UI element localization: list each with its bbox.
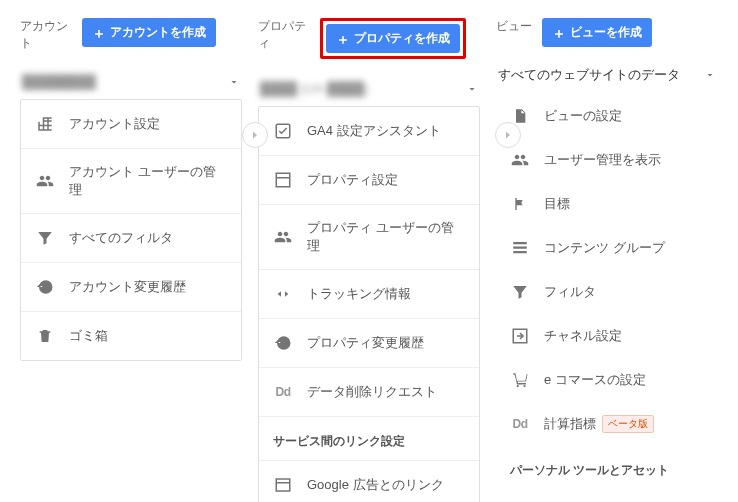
view-header: ビュー ＋ ビューを作成 <box>496 18 718 52</box>
view-selected: すべてのウェブサイトのデータ <box>498 66 680 84</box>
flag-icon <box>510 194 530 214</box>
section-personal-tools: パーソナル ツールとアセット <box>496 446 718 489</box>
menu-label: フィルタ <box>544 283 704 301</box>
ecommerce-settings[interactable]: e コマースの設定 <box>496 358 718 402</box>
menu-label: ビューの設定 <box>544 107 704 125</box>
property-selected: ████ (UA-████) <box>260 81 368 96</box>
menu-label: チャネル設定 <box>544 327 704 345</box>
account-selector[interactable]: ████████ <box>20 70 242 99</box>
users-icon <box>510 150 530 170</box>
content-groups[interactable]: コンテンツ グループ <box>496 226 718 270</box>
history-icon <box>35 277 55 297</box>
view-title: ビュー <box>496 18 532 35</box>
view-selector[interactable]: すべてのウェブサイトのデータ <box>496 62 718 94</box>
calculated-metrics[interactable]: Dd 計算指標ベータ版 <box>496 402 718 446</box>
create-view-button[interactable]: ＋ ビューを作成 <box>542 18 652 47</box>
data-deletion-request[interactable]: Dd データ削除リクエスト <box>259 368 479 417</box>
highlight-box: ＋ プロパティを作成 <box>320 18 466 59</box>
google-ads-link[interactable]: Google 広告とのリンク <box>259 461 479 502</box>
plus-icon: ＋ <box>92 26 106 40</box>
account-history[interactable]: アカウント変更履歴 <box>21 263 241 312</box>
menu-label: Google 広告とのリンク <box>307 476 465 494</box>
trash[interactable]: ゴミ箱 <box>21 312 241 360</box>
plus-icon: ＋ <box>336 32 350 46</box>
channel-icon <box>510 326 530 346</box>
create-property-label: プロパティを作成 <box>354 30 450 47</box>
goals[interactable]: 目標 <box>496 182 718 226</box>
account-column: アカウント ＋ アカウントを作成 ████████ アカウント設定 <box>12 18 250 502</box>
account-user-management[interactable]: アカウント ユーザーの管理 <box>21 149 241 214</box>
menu-label: すべてのフィルタ <box>69 229 227 247</box>
create-account-button[interactable]: ＋ アカウントを作成 <box>82 18 216 47</box>
transfer-arrow-icon[interactable] <box>495 122 521 148</box>
chevron-down-icon <box>704 69 716 81</box>
funnel-icon <box>35 228 55 248</box>
account-selected: ████████ <box>22 74 96 89</box>
menu-label: ユーザー管理を表示 <box>544 151 704 169</box>
property-settings[interactable]: プロパティ設定 <box>259 156 479 205</box>
menu-label: アカウント ユーザーの管理 <box>69 163 227 199</box>
stack-icon <box>510 238 530 258</box>
adwords-icon <box>273 475 293 495</box>
all-filters[interactable]: すべてのフィルタ <box>21 214 241 263</box>
property-selector[interactable]: ████ (UA-████) <box>258 77 480 106</box>
channel-settings[interactable]: チャネル設定 <box>496 314 718 358</box>
menu-label: プロパティ設定 <box>307 171 465 189</box>
checkbox-icon <box>273 121 293 141</box>
menu-label: 目標 <box>544 195 704 213</box>
users-icon <box>35 171 55 191</box>
beta-badge: ベータ版 <box>602 415 654 433</box>
property-title: プロパティ <box>258 18 310 52</box>
view-settings[interactable]: ビューの設定 <box>496 94 718 138</box>
layout-icon <box>273 170 293 190</box>
menu-label: プロパティ ユーザーの管理 <box>307 219 465 255</box>
svg-point-9 <box>517 385 519 387</box>
account-menu: アカウント設定 アカウント ユーザーの管理 すべてのフィルタ アカウント変更履歴 <box>20 99 242 361</box>
tracking-info[interactable]: トラッキング情報 <box>259 270 479 319</box>
section-service-links: サービス間のリンク設定 <box>259 417 479 461</box>
property-column: プロパティ ＋ プロパティを作成 ████ (UA-████) GA4 設定アシ… <box>250 18 488 502</box>
svg-point-10 <box>523 385 525 387</box>
ga4-setup-assistant[interactable]: GA4 設定アシスタント <box>259 107 479 156</box>
account-title: アカウント <box>20 18 72 52</box>
property-user-management[interactable]: プロパティ ユーザーの管理 <box>259 205 479 270</box>
svg-rect-5 <box>513 242 527 244</box>
property-header: プロパティ ＋ プロパティを作成 <box>258 18 480 59</box>
create-account-label: アカウントを作成 <box>110 24 206 41</box>
dd-icon: Dd <box>273 382 293 402</box>
dd-icon: Dd <box>510 414 530 434</box>
svg-rect-3 <box>276 479 290 491</box>
menu-label: e コマースの設定 <box>544 371 704 389</box>
users-icon <box>273 227 293 247</box>
view-filters[interactable]: フィルタ <box>496 270 718 314</box>
property-history[interactable]: プロパティ変更履歴 <box>259 319 479 368</box>
menu-label: ゴミ箱 <box>69 327 227 345</box>
create-property-button[interactable]: ＋ プロパティを作成 <box>326 24 460 53</box>
svg-rect-7 <box>513 251 527 253</box>
trash-icon <box>35 326 55 346</box>
menu-label: GA4 設定アシスタント <box>307 122 465 140</box>
create-view-label: ビューを作成 <box>570 24 642 41</box>
svg-rect-1 <box>276 173 290 187</box>
menu-label: データ削除リクエスト <box>307 383 465 401</box>
menu-label: コンテンツ グループ <box>544 239 704 257</box>
view-user-management[interactable]: ユーザー管理を表示 <box>496 138 718 182</box>
cart-icon <box>510 370 530 390</box>
chevron-down-icon <box>228 76 240 88</box>
menu-label: 計算指標ベータ版 <box>544 415 704 434</box>
history-icon <box>273 333 293 353</box>
code-icon <box>273 284 293 304</box>
transfer-arrow-icon[interactable] <box>242 122 268 148</box>
building-icon <box>35 114 55 134</box>
plus-icon: ＋ <box>552 26 566 40</box>
property-menu: GA4 設定アシスタント プロパティ設定 プロパティ ユーザーの管理 トラッキン… <box>258 106 480 502</box>
account-settings[interactable]: アカウント設定 <box>21 100 241 149</box>
chevron-down-icon <box>466 83 478 95</box>
account-header: アカウント ＋ アカウントを作成 <box>20 18 242 52</box>
menu-label: プロパティ変更履歴 <box>307 334 465 352</box>
menu-label: アカウント設定 <box>69 115 227 133</box>
svg-rect-6 <box>513 247 527 249</box>
view-menu: ビューの設定 ユーザー管理を表示 目標 コンテンツ グループ <box>496 94 718 489</box>
menu-label: アカウント変更履歴 <box>69 278 227 296</box>
funnel-icon <box>510 282 530 302</box>
